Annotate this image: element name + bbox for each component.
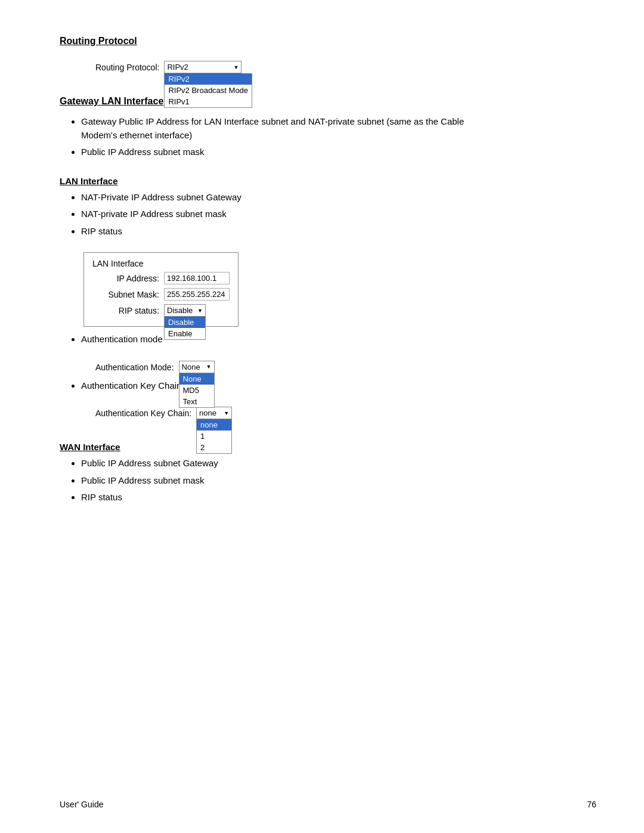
auth-mode-options: None MD5 Text (179, 373, 215, 408)
lan-interface-title: LAN Interface (60, 176, 489, 186)
lan-rip-enable[interactable]: Enable (165, 328, 205, 339)
lan-bullet-3: RIP status (81, 225, 489, 239)
lan-subnet-input[interactable] (164, 288, 230, 301)
lan-ip-input[interactable] (164, 272, 230, 284)
auth-key-label: Authentication Key Chain: (95, 407, 196, 418)
lan-ip-row: IP Address: (92, 272, 230, 284)
lan-ip-label: IP Address: (92, 274, 164, 283)
auth-mode-bullet-list: Authentication mode (81, 333, 489, 346)
auth-mode-none[interactable]: None (179, 373, 214, 385)
auth-key-dropdown[interactable]: none none 1 2 (196, 407, 232, 419)
auth-key-1[interactable]: 1 (197, 431, 231, 442)
wan-bullet-3: RIP status (81, 491, 489, 504)
routing-protocol-section: Routing Protocol Routing Protocol: RIPv2… (60, 36, 489, 79)
auth-key-bullet-list: Authentication Key Chain (81, 379, 489, 393)
auth-key-bullet: Authentication Key Chain (81, 379, 489, 393)
auth-key-block: Authentication Key Chain: none none 1 2 (95, 407, 232, 419)
auth-mode-dropdown[interactable]: None None MD5 Text (179, 361, 215, 373)
footer-left: User' Guide (60, 800, 103, 809)
routing-protocol-title: Routing Protocol (60, 36, 489, 47)
lan-interface-bullets: NAT-Private IP Address subnet Gateway NA… (81, 191, 489, 239)
auth-mode-text[interactable]: Text (179, 396, 214, 407)
lan-form-block-label: LAN Interface (92, 259, 230, 268)
footer-right: 76 (587, 800, 596, 809)
auth-key-none[interactable]: none (197, 419, 231, 431)
lan-rip-options: Disable Enable (164, 317, 206, 340)
lan-rip-disable[interactable]: Disable (165, 317, 205, 328)
wan-interface-section: WAN Interface Public IP Address subnet G… (60, 442, 489, 504)
page-footer: User' Guide 76 (60, 800, 596, 809)
wan-interface-bullets: Public IP Address subnet Gateway Public … (81, 457, 489, 504)
auth-key-row: Authentication Key Chain: none none 1 2 (95, 407, 232, 419)
auth-mode-row: Authentication Mode: None None MD5 Text (95, 361, 215, 373)
auth-key-selected[interactable]: none (196, 407, 232, 419)
wan-bullet-1: Public IP Address subnet Gateway (81, 457, 489, 470)
lan-interface-form: LAN Interface IP Address: Subnet Mask: R… (83, 252, 239, 327)
lan-rip-selected[interactable]: Disable (164, 304, 206, 317)
auth-mode-label: Authentication Mode: (95, 361, 179, 372)
auth-mode-md5[interactable]: MD5 (179, 385, 214, 396)
routing-option-ripv2[interactable]: RIPv2 (165, 73, 252, 85)
routing-protocol-dropdown[interactable]: RIPv2 RIPv2 RIPv2 Broadcast Mode RIPv1 (164, 61, 242, 73)
gateway-lan-bullet-2: Public IP Address subnet mask (81, 145, 489, 159)
lan-bullet-1: NAT-Private IP Address subnet Gateway (81, 191, 489, 205)
gateway-lan-title: Gateway LAN Interface (60, 96, 489, 107)
lan-bullet-2: NAT-private IP Address subnet mask (81, 208, 489, 221)
routing-protocol-label: Routing Protocol: (95, 61, 164, 72)
auth-mode-block: Authentication Mode: None None MD5 Text (95, 361, 215, 373)
lan-rip-label: RIP status: (92, 306, 164, 315)
routing-protocol-form: Routing Protocol: RIPv2 RIPv2 RIPv2 Broa… (95, 61, 242, 73)
auth-key-options: none 1 2 (196, 419, 232, 454)
auth-mode-bullet: Authentication mode (81, 333, 489, 346)
lan-subnet-label: Subnet Mask: (92, 290, 164, 299)
wan-interface-title: WAN Interface (60, 442, 489, 452)
lan-interface-section: LAN Interface NAT-Private IP Address sub… (60, 176, 489, 426)
auth-key-2[interactable]: 2 (197, 442, 231, 453)
gateway-lan-bullets: Gateway Public IP Address for LAN Interf… (81, 115, 489, 159)
routing-option-ripv1[interactable]: RIPv1 (165, 96, 252, 107)
gateway-lan-bullet-1: Gateway Public IP Address for LAN Interf… (81, 115, 489, 142)
lan-rip-row: RIP status: Disable Disable Enable (92, 304, 230, 317)
lan-subnet-row: Subnet Mask: (92, 288, 230, 301)
lan-rip-dropdown[interactable]: Disable Disable Enable (164, 304, 206, 317)
routing-protocol-options: RIPv2 RIPv2 Broadcast Mode RIPv1 (164, 73, 252, 108)
routing-protocol-selected[interactable]: RIPv2 (164, 61, 242, 73)
routing-option-ripv2-broadcast[interactable]: RIPv2 Broadcast Mode (165, 85, 252, 96)
gateway-lan-section: Gateway LAN Interface Gateway Public IP … (60, 96, 489, 159)
auth-mode-selected[interactable]: None (179, 361, 215, 373)
wan-bullet-2: Public IP Address subnet mask (81, 474, 489, 488)
